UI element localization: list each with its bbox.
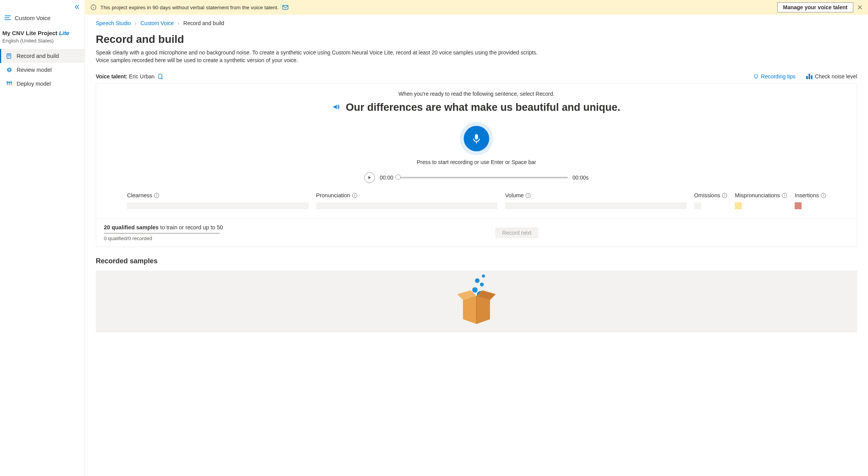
svg-rect-21 bbox=[475, 134, 478, 140]
svg-point-9 bbox=[11, 82, 12, 83]
sidebar-item-record-build[interactable]: Record and build bbox=[0, 49, 85, 63]
page-title: Record and build bbox=[96, 33, 857, 46]
notification-banner: This project expires in 90 days without … bbox=[85, 0, 868, 15]
breadcrumb-speech-studio[interactable]: Speech Studio bbox=[96, 20, 131, 26]
record-hint: Press to start recording or use Enter or… bbox=[119, 159, 834, 165]
mail-icon[interactable] bbox=[282, 5, 288, 10]
metric-insertions: Insertionsi bbox=[795, 192, 826, 209]
metric-volume: Volumei bbox=[505, 192, 687, 209]
play-icon bbox=[368, 176, 371, 180]
microphone-icon bbox=[464, 126, 489, 151]
voice-talent-label: Voice talent: bbox=[96, 73, 127, 80]
voice-talent-row: Voice talent: Eric Urban Recording tips … bbox=[96, 73, 857, 80]
metric-chip bbox=[795, 202, 802, 209]
play-button[interactable] bbox=[364, 172, 375, 183]
metric-clearness: Clearnessi bbox=[127, 192, 309, 209]
svg-point-24 bbox=[475, 278, 480, 283]
record-button[interactable] bbox=[460, 122, 493, 155]
metric-label: Volume bbox=[505, 192, 524, 198]
samples-progress bbox=[104, 233, 220, 234]
metric-label: Pronunciation bbox=[316, 192, 351, 198]
deploy-icon bbox=[6, 81, 13, 87]
menu-icon bbox=[5, 15, 11, 21]
info-icon[interactable]: i bbox=[782, 193, 787, 198]
project-name: My CNV Lite Project bbox=[2, 30, 58, 36]
svg-rect-16 bbox=[283, 5, 288, 9]
breadcrumb: Speech Studio › Custom Voice › Record an… bbox=[96, 15, 857, 29]
info-icon[interactable]: i bbox=[821, 193, 826, 198]
check-noise-level-link[interactable]: Check noise level bbox=[806, 73, 857, 80]
breadcrumb-current: Record and build bbox=[183, 20, 224, 26]
metrics: Clearnessi Pronunciationi Volumei O bbox=[119, 192, 834, 209]
sidebar-collapse[interactable] bbox=[0, 0, 85, 12]
sentence-text: Our differences are what make us beautif… bbox=[346, 102, 620, 113]
samples-target: 20 qualified samples bbox=[104, 224, 159, 230]
info-icon[interactable]: i bbox=[722, 193, 727, 198]
check-noise-label: Check noise level bbox=[815, 73, 857, 80]
time-current: 00:00 bbox=[380, 174, 393, 181]
main: This project expires in 90 days without … bbox=[85, 0, 868, 476]
sidebar-item-review-model[interactable]: Review model bbox=[0, 63, 85, 77]
metric-mispronunciations: Mispronunciationsi bbox=[735, 192, 787, 209]
recording-tips-link[interactable]: Recording tips bbox=[753, 73, 796, 80]
review-icon bbox=[6, 67, 13, 73]
card-footer: 20 qualified samples to train or record … bbox=[96, 219, 857, 247]
svg-point-23 bbox=[482, 274, 485, 278]
sidebar-item-label: Record and build bbox=[17, 53, 59, 59]
time-total: 00:00s bbox=[573, 174, 589, 181]
info-icon bbox=[90, 4, 97, 10]
document-icon[interactable] bbox=[158, 74, 163, 80]
banner-text: This project expires in 90 days without … bbox=[100, 5, 278, 10]
recording-tips-label: Recording tips bbox=[761, 73, 796, 80]
project-language: English (United States) bbox=[2, 38, 82, 44]
metric-label: Omissions bbox=[694, 192, 721, 198]
record-instruction: When you're ready to read the following … bbox=[119, 91, 834, 97]
recorded-samples-title: Recorded samples bbox=[96, 257, 857, 265]
record-card: When you're ready to read the following … bbox=[96, 83, 857, 247]
chevron-right-icon: › bbox=[178, 20, 180, 26]
content: Speech Studio › Custom Voice › Record an… bbox=[85, 15, 868, 476]
metric-chip bbox=[735, 202, 742, 209]
project-badge: Lite bbox=[59, 30, 70, 36]
page-description: Speak clearly with a good microphone and… bbox=[96, 49, 551, 64]
breadcrumb-custom-voice[interactable]: Custom Voice bbox=[141, 20, 174, 26]
metric-bar bbox=[127, 202, 309, 209]
metric-bar bbox=[316, 202, 498, 209]
metric-label: Insertions bbox=[795, 192, 819, 198]
bars-icon bbox=[806, 74, 812, 79]
info-icon[interactable]: i bbox=[352, 193, 357, 198]
svg-point-26 bbox=[472, 287, 478, 293]
metric-pronunciation: Pronunciationi bbox=[316, 192, 498, 209]
metric-bar bbox=[505, 202, 687, 209]
speaker-icon[interactable] bbox=[332, 103, 340, 112]
record-icon bbox=[6, 53, 13, 59]
metric-label: Clearness bbox=[127, 192, 152, 198]
product-name: Custom Voice bbox=[15, 15, 51, 21]
metric-omissions: Omissionsi bbox=[694, 192, 727, 209]
chevron-right-icon: › bbox=[135, 20, 137, 26]
chevron-double-left-icon bbox=[74, 4, 80, 10]
svg-point-7 bbox=[7, 82, 8, 83]
svg-point-25 bbox=[480, 283, 484, 286]
player: 00:00 00:00s bbox=[119, 172, 834, 183]
info-icon[interactable]: i bbox=[154, 193, 159, 198]
sidebar-item-label: Review model bbox=[17, 67, 52, 73]
svg-point-8 bbox=[9, 82, 10, 83]
voice-talent-name: Eric Urban bbox=[129, 73, 154, 80]
slider-thumb[interactable] bbox=[395, 174, 401, 180]
sidebar-item-label: Deploy model bbox=[17, 81, 51, 87]
sidebar-item-deploy-model[interactable]: Deploy model bbox=[0, 77, 85, 91]
close-banner-icon[interactable] bbox=[857, 5, 863, 10]
info-icon[interactable]: i bbox=[526, 193, 531, 198]
metric-chip bbox=[694, 202, 701, 209]
playback-slider[interactable] bbox=[398, 177, 568, 178]
manage-voice-talent-button[interactable]: Manage your voice talent bbox=[777, 2, 853, 12]
samples-count: 0 qualified/0 recorded bbox=[104, 235, 223, 241]
nav-list: Record and build Review model Deploy mod… bbox=[0, 49, 85, 91]
record-next-button[interactable]: Record next bbox=[495, 227, 538, 238]
samples-hint: to train or record up to 50 bbox=[159, 224, 223, 230]
lightbulb-icon bbox=[753, 74, 759, 79]
sidebar: Custom Voice My CNV Lite Project Lite En… bbox=[0, 0, 85, 476]
empty-box-illustration bbox=[453, 273, 500, 327]
metric-label: Mispronunciations bbox=[735, 192, 780, 198]
